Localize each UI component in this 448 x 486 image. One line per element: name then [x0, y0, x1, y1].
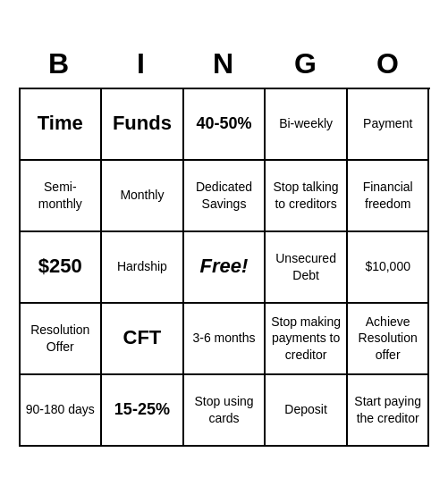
bingo-cell-1[interactable]: Funds — [102, 89, 184, 161]
bingo-grid: TimeFunds40-50%Bi-weeklyPaymentSemi-mont… — [19, 88, 430, 447]
bingo-card: BINGO TimeFunds40-50%Bi-weeklyPaymentSem… — [10, 31, 439, 456]
header-letter: N — [183, 40, 266, 88]
header-letter: G — [266, 40, 348, 88]
bingo-cell-24[interactable]: Start paying the creditor — [348, 375, 430, 447]
bingo-cell-15[interactable]: Resolution Offer — [21, 304, 103, 375]
bingo-cell-20[interactable]: 90-180 days — [21, 375, 103, 447]
header-letter: O — [348, 40, 430, 88]
bingo-cell-18[interactable]: Stop making payments to creditor — [266, 304, 348, 375]
bingo-header: BINGO — [19, 40, 430, 88]
bingo-cell-5[interactable]: Semi-monthly — [21, 161, 103, 232]
bingo-cell-3[interactable]: Bi-weekly — [266, 89, 348, 161]
bingo-cell-0[interactable]: Time — [21, 89, 103, 161]
bingo-cell-8[interactable]: Stop talking to creditors — [266, 161, 348, 232]
bingo-cell-19[interactable]: Achieve Resolution offer — [348, 304, 430, 375]
bingo-cell-21[interactable]: 15-25% — [102, 375, 184, 447]
bingo-cell-11[interactable]: Hardship — [102, 232, 184, 304]
bingo-cell-22[interactable]: Stop using cards — [184, 375, 266, 447]
bingo-cell-12[interactable]: Free! — [184, 232, 266, 304]
bingo-cell-14[interactable]: $10,000 — [348, 232, 430, 304]
bingo-cell-10[interactable]: $250 — [21, 232, 103, 304]
bingo-cell-4[interactable]: Payment — [348, 89, 430, 161]
bingo-cell-9[interactable]: Financial freedom — [348, 161, 430, 232]
header-letter: I — [101, 40, 183, 88]
bingo-cell-6[interactable]: Monthly — [102, 161, 184, 232]
bingo-cell-7[interactable]: Dedicated Savings — [184, 161, 266, 232]
bingo-cell-23[interactable]: Deposit — [266, 375, 348, 447]
bingo-cell-13[interactable]: Unsecured Debt — [266, 232, 348, 304]
bingo-cell-16[interactable]: CFT — [102, 304, 184, 375]
bingo-cell-2[interactable]: 40-50% — [184, 89, 266, 161]
bingo-cell-17[interactable]: 3-6 months — [184, 304, 266, 375]
header-letter: B — [19, 40, 101, 88]
